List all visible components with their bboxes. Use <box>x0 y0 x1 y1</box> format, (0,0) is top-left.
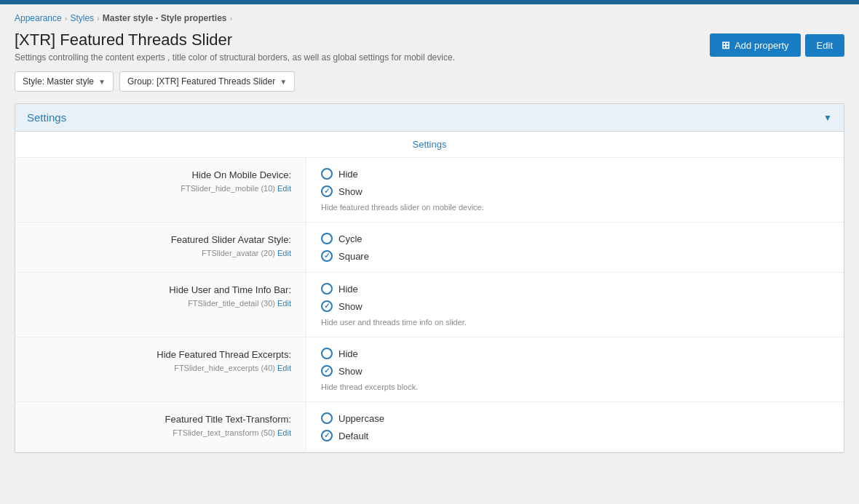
settings-label-time-info: Hide User and Time Info Bar: FTSlider_ti… <box>15 273 306 337</box>
radio-label-excerpts-show: Show <box>339 366 363 377</box>
radio-checked-default <box>321 430 333 441</box>
plus-icon: ⊞ <box>721 39 730 51</box>
settings-label-excerpts: Hide Featured Thread Excerpts: FTSlider_… <box>15 337 306 401</box>
radio-label-hide: Hide <box>339 169 358 180</box>
radio-time-info-show[interactable]: Show <box>321 300 829 312</box>
hint-time-info: Hide user and threads time info on slide… <box>321 318 829 327</box>
settings-label-avatar-style: Featured Slider Avatar Style: FTSlider_a… <box>15 223 306 272</box>
label-text-transform-meta: FTSlider_text_transform (50) Edit <box>173 428 291 437</box>
breadcrumb-sep-1: › <box>65 14 68 23</box>
label-avatar-style-name: Featured Slider Avatar Style: <box>27 234 291 245</box>
edit-link-text-transform[interactable]: Edit <box>277 428 291 437</box>
radio-avatar-square[interactable]: Square <box>321 250 829 262</box>
radio-label-time-hide: Hide <box>339 284 358 295</box>
radio-checked-icon <box>321 185 333 197</box>
header-buttons: ⊞ Add property Edit <box>710 33 844 57</box>
settings-value-excerpts: Hide Show Hide thread excerpts block. <box>306 337 844 401</box>
label-excerpts-meta: FTSlider_hide_excerpts (40) Edit <box>174 364 291 372</box>
edit-link-hide-mobile[interactable]: Edit <box>277 184 291 193</box>
style-dropdown-label: Style: Master style <box>23 76 94 87</box>
meta-avatar-style-text: FTSlider_avatar (20) <box>202 249 275 257</box>
settings-value-text-transform: Uppercase Default <box>306 402 844 452</box>
radio-avatar-cycle[interactable]: Cycle <box>321 233 829 244</box>
settings-label-text-transform: Featured Title Text-Transform: FTSlider_… <box>15 402 306 452</box>
label-text-transform-name: Featured Title Text-Transform: <box>27 414 291 425</box>
edit-button[interactable]: Edit <box>805 34 844 57</box>
page-title: [XTR] Featured Threads Slider <box>15 31 455 49</box>
radio-empty-uppercase <box>321 412 333 424</box>
settings-panel-title: Settings <box>27 111 66 124</box>
style-dropdown-arrow: ▼ <box>98 78 106 86</box>
label-avatar-style-meta: FTSlider_avatar (20) Edit <box>202 249 291 257</box>
radio-label-uppercase: Uppercase <box>339 413 384 424</box>
collapse-arrow-icon[interactable]: ▼ <box>823 113 832 123</box>
breadcrumb-sep-3: › <box>229 14 232 23</box>
hint-hide-mobile: Hide featured threads slider on mobile d… <box>321 203 829 212</box>
radio-checked-square <box>321 250 333 262</box>
radio-label-time-show: Show <box>339 301 363 312</box>
radio-hide-mobile-hide[interactable]: Hide <box>321 168 829 180</box>
radio-empty-time-hide <box>321 283 333 295</box>
settings-value-avatar-style: Cycle Square <box>306 223 844 272</box>
radio-excerpts-hide[interactable]: Hide <box>321 348 829 359</box>
breadcrumb-appearance[interactable]: Appearance <box>15 13 62 23</box>
edit-link-avatar-style[interactable]: Edit <box>277 249 291 257</box>
radio-label-cycle: Cycle <box>339 233 363 244</box>
breadcrumb-current: Master style - Style properties <box>103 13 227 23</box>
radio-checked-excerpts-show <box>321 365 333 377</box>
edit-link-excerpts[interactable]: Edit <box>277 364 291 372</box>
settings-row-avatar-style: Featured Slider Avatar Style: FTSlider_a… <box>15 223 844 273</box>
label-time-info-meta: FTSlider_title_detail (30) Edit <box>188 299 291 308</box>
group-dropdown-arrow: ▼ <box>280 78 287 86</box>
radio-label-excerpts-hide: Hide <box>339 348 358 359</box>
style-dropdown[interactable]: Style: Master style ▼ <box>15 71 114 92</box>
hint-excerpts: Hide thread excerpts block. <box>321 383 829 391</box>
breadcrumb-styles[interactable]: Styles <box>70 13 94 23</box>
breadcrumb-sep-2: › <box>97 14 100 23</box>
radio-empty-cycle <box>321 233 333 244</box>
edit-link-time-info[interactable]: Edit <box>277 299 291 308</box>
meta-text-transform-text: FTSlider_text_transform (50) <box>173 428 275 437</box>
page-wrapper: Appearance › Styles › Master style - Sty… <box>0 4 859 504</box>
radio-label-square: Square <box>339 251 369 262</box>
meta-time-info-text: FTSlider_title_detail (30) <box>188 299 275 308</box>
radio-label-show: Show <box>339 186 363 197</box>
radio-excerpts-show[interactable]: Show <box>321 365 829 377</box>
settings-panel: Settings ▼ Settings Hide On Mobile Devic… <box>15 103 844 453</box>
page-subtitle: Settings controlling the content experts… <box>15 52 455 63</box>
radio-label-default: Default <box>339 431 368 441</box>
meta-excerpts-text: FTSlider_hide_excerpts (40) <box>174 364 275 372</box>
label-excerpts-name: Hide Featured Thread Excerpts: <box>27 349 291 360</box>
radio-checked-time-show <box>321 300 333 312</box>
settings-value-time-info: Hide Show Hide user and threads time inf… <box>306 273 844 337</box>
breadcrumb: Appearance › Styles › Master style - Sty… <box>15 13 844 23</box>
add-property-button[interactable]: ⊞ Add property <box>710 33 800 57</box>
label-hide-mobile-name: Hide On Mobile Device: <box>27 169 291 180</box>
meta-hide-mobile-text: FTSlider_hide_mobile (10) <box>181 184 275 193</box>
settings-value-hide-mobile: Hide Show Hide featured threads slider o… <box>306 158 844 222</box>
group-dropdown-label: Group: [XTR] Featured Threads Slider <box>127 76 275 87</box>
page-title-area: [XTR] Featured Threads Slider Settings c… <box>15 31 455 63</box>
filter-bar: Style: Master style ▼ Group: [XTR] Featu… <box>15 71 844 92</box>
group-dropdown[interactable]: Group: [XTR] Featured Threads Slider ▼ <box>119 71 295 92</box>
settings-panel-header: Settings ▼ <box>15 104 844 132</box>
radio-text-default[interactable]: Default <box>321 430 829 441</box>
settings-sub-header: Settings <box>15 132 844 158</box>
settings-row-text-transform: Featured Title Text-Transform: FTSlider_… <box>15 402 844 452</box>
label-hide-mobile-meta: FTSlider_hide_mobile (10) Edit <box>181 184 291 193</box>
radio-time-info-hide[interactable]: Hide <box>321 283 829 295</box>
settings-row-excerpts: Hide Featured Thread Excerpts: FTSlider_… <box>15 337 844 402</box>
settings-label-hide-mobile: Hide On Mobile Device: FTSlider_hide_mob… <box>15 158 306 222</box>
radio-empty-icon <box>321 168 333 180</box>
radio-text-uppercase[interactable]: Uppercase <box>321 412 829 424</box>
radio-hide-mobile-show[interactable]: Show <box>321 185 829 197</box>
add-property-label: Add property <box>735 40 788 51</box>
page-header: [XTR] Featured Threads Slider Settings c… <box>15 31 844 63</box>
radio-empty-excerpts-hide <box>321 348 333 359</box>
settings-row-time-info: Hide User and Time Info Bar: FTSlider_ti… <box>15 273 844 337</box>
settings-row-hide-mobile: Hide On Mobile Device: FTSlider_hide_mob… <box>15 158 844 223</box>
label-time-info-name: Hide User and Time Info Bar: <box>27 284 291 295</box>
